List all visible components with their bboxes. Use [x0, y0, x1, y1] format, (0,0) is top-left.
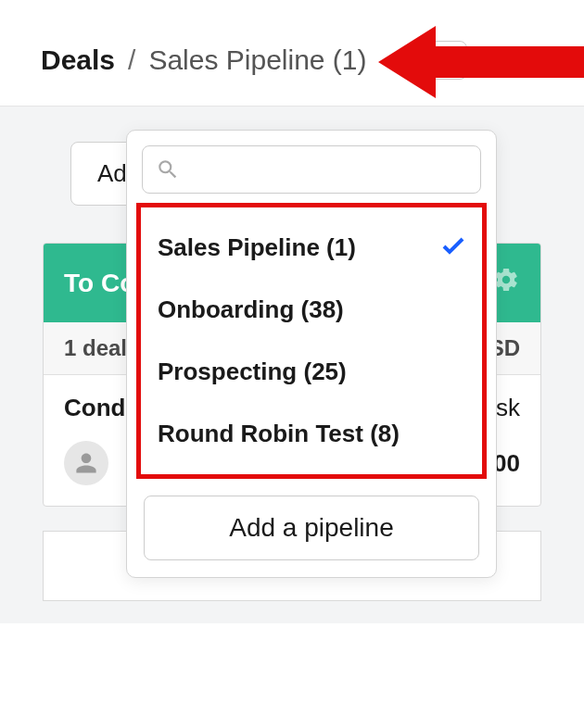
person-icon	[74, 451, 98, 475]
deal-title: Cond	[64, 394, 125, 422]
breadcrumb-root[interactable]: Deals	[41, 44, 115, 76]
pipeline-option-sales-pipeline[interactable]: Sales Pipeline (1)	[148, 217, 475, 279]
breadcrumb-bar: Deals / Sales Pipeline (1)	[0, 0, 584, 107]
pipeline-popover: Sales Pipeline (1) Onboarding (38) Prosp…	[126, 130, 497, 578]
pipeline-option-onboarding[interactable]: Onboarding (38)	[148, 279, 475, 341]
pipeline-search-input[interactable]	[189, 157, 467, 182]
breadcrumb-separator: /	[128, 44, 135, 76]
deal-count: 1 deal	[64, 335, 127, 361]
pipeline-option-label: Onboarding (38)	[158, 295, 344, 324]
pipeline-option-round-robin[interactable]: Round Robin Test (8)	[148, 403, 475, 465]
breadcrumb-current[interactable]: Sales Pipeline (1)	[148, 44, 366, 76]
pipeline-settings-button[interactable]	[428, 41, 467, 80]
gear-icon	[437, 49, 459, 71]
check-icon	[441, 233, 465, 262]
pipeline-option-label: Round Robin Test (8)	[158, 420, 400, 448]
column-title: To Co	[64, 269, 135, 298]
pipeline-search[interactable]	[142, 145, 481, 194]
pipeline-option-label: Sales Pipeline (1)	[158, 233, 356, 262]
collapse-caret-icon[interactable]	[386, 54, 404, 67]
search-icon	[156, 157, 180, 182]
add-pipeline-button[interactable]: Add a pipeline	[144, 496, 479, 560]
owner-avatar[interactable]	[64, 441, 108, 485]
pipeline-option-label: Prospecting (25)	[158, 358, 347, 386]
pipeline-option-prospecting[interactable]: Prospecting (25)	[148, 341, 475, 403]
pipeline-list-highlight: Sales Pipeline (1) Onboarding (38) Prosp…	[136, 203, 487, 479]
add-pipeline-label: Add a pipeline	[229, 513, 393, 542]
